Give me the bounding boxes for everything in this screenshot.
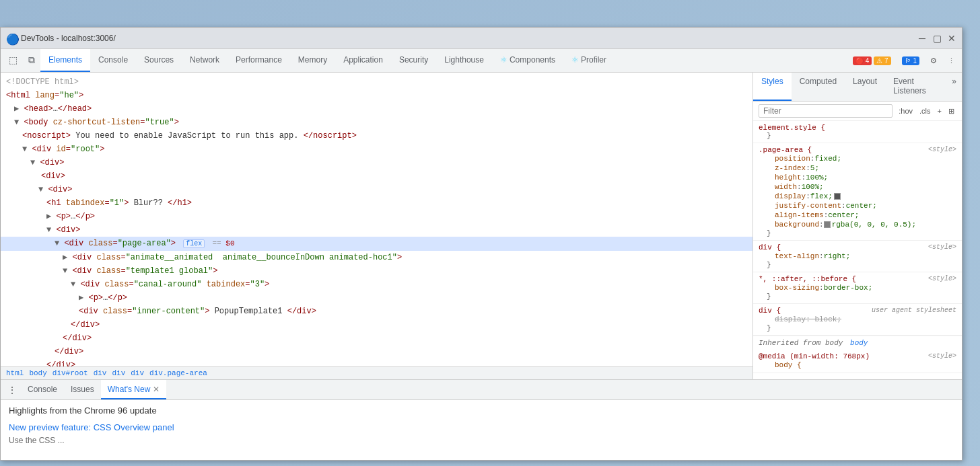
info-button[interactable]: 🏳 1: [898, 55, 923, 67]
tab-components[interactable]: ⚛ Components: [492, 49, 563, 72]
tab-performance[interactable]: Performance: [228, 49, 290, 72]
drawer-close-icon[interactable]: ✕: [153, 385, 160, 394]
tab-sources[interactable]: Sources: [136, 49, 182, 72]
breadcrumb-div-1[interactable]: div: [94, 369, 107, 377]
breadcrumb-div-root[interactable]: div#root: [53, 369, 88, 377]
tab-memory-label: Memory: [298, 55, 327, 65]
drawer-tab-bar: ⋮ Console Issues What's New ✕: [1, 380, 962, 400]
dom-line[interactable]: <div>: [1, 169, 753, 183]
tab-profiler-label: Profiler: [581, 55, 606, 65]
pseudo-class-button[interactable]: :hov: [897, 106, 915, 116]
drawer-menu-button[interactable]: ⋮: [3, 385, 21, 395]
drawer-feature-desc: Use the CSS ...: [9, 436, 954, 445]
drawer-feature-link[interactable]: New preview feature: CSS Overview panel: [9, 422, 174, 432]
flex-badge: flex: [183, 239, 205, 248]
dom-line[interactable]: </div>: [1, 345, 753, 358]
dom-line[interactable]: </div>: [1, 358, 753, 366]
drawer-whatsnew-label: What's New: [108, 385, 151, 394]
drawer-tab-issues[interactable]: Issues: [64, 380, 101, 399]
dom-line[interactable]: ▶ <head>…</head>: [1, 102, 753, 116]
dom-line[interactable]: ▶ <p>…</p>: [1, 291, 753, 305]
dom-line[interactable]: <html lang="he">: [1, 89, 753, 102]
tab-console[interactable]: Console: [90, 49, 136, 72]
breadcrumb-div-3[interactable]: div: [131, 369, 144, 377]
dom-line[interactable]: ▼ <div>: [1, 223, 753, 237]
dom-tree[interactable]: <!DOCTYPE html> <html lang="he"> ▶ <head…: [1, 73, 753, 366]
tab-lighthouse-label: Lighthouse: [444, 55, 484, 65]
tab-sources-label: Sources: [144, 55, 174, 65]
dom-line[interactable]: ▼ <div>: [1, 183, 753, 196]
device-toggle-icon: ⧉: [28, 54, 35, 66]
cls-button[interactable]: .cls: [917, 106, 933, 116]
style-rule-universal: *, ::after, ::before { <style> box-sizin…: [753, 272, 962, 304]
tab-security[interactable]: Security: [391, 49, 436, 72]
drawer-issues-label: Issues: [71, 385, 94, 394]
drawer-feature-link-container: New preview feature: CSS Overview panel: [9, 421, 954, 433]
breadcrumb-body[interactable]: body: [29, 369, 46, 377]
tab-security-label: Security: [399, 55, 428, 65]
dom-line[interactable]: ▼ <body cz-shortcut-listen="true">: [1, 116, 753, 129]
tab-elements[interactable]: Elements: [40, 49, 90, 72]
tab-memory[interactable]: Memory: [290, 49, 335, 72]
maximize-button[interactable]: ▢: [932, 34, 942, 43]
styles-tab-layout[interactable]: Layout: [845, 73, 885, 101]
tab-application[interactable]: Application: [335, 49, 391, 72]
dom-line[interactable]: <div class="inner-content"> PopupTemplat…: [1, 305, 753, 318]
breadcrumb-html[interactable]: html: [6, 369, 24, 377]
tab-network[interactable]: Network: [182, 49, 228, 72]
flex-icon-swatch: [834, 193, 841, 200]
inherited-label: Inherited from body body: [753, 336, 962, 350]
dom-line[interactable]: ▶ <p>…</p>: [1, 210, 753, 223]
dom-line[interactable]: <h1 tabindex="1"> Blur?? </h1>: [1, 196, 753, 210]
styles-tab-event-listeners[interactable]: Event Listeners: [885, 73, 946, 101]
tab-device-icon[interactable]: ⧉: [23, 49, 40, 72]
settings-icon: ⚙: [930, 56, 937, 65]
dom-line[interactable]: ▼ <div id="root">: [1, 143, 753, 156]
toggle-element-state-button[interactable]: ⊞: [946, 106, 956, 116]
drawer-highlight: Highlights from the Chrome 96 update: [9, 405, 954, 416]
styles-tabs: Styles Computed Layout Event Listeners »: [753, 73, 962, 102]
dom-line[interactable]: ▼ <div>: [1, 156, 753, 169]
title-bar: 🔵 DevTools - localhost:3006/ ─ ▢ ✕: [1, 28, 962, 49]
window-controls: ─ ▢ ✕: [917, 34, 956, 43]
dom-line[interactable]: </div>: [1, 318, 753, 332]
errors-button[interactable]: 🔴 4 ⚠ 7: [849, 55, 895, 67]
warning-count: ⚠ 7: [874, 56, 890, 65]
breadcrumb-div-2[interactable]: div: [112, 369, 125, 377]
settings-button[interactable]: ⚙: [926, 55, 941, 67]
tab-elements-label: Elements: [48, 55, 82, 65]
styles-content[interactable]: element.style { } .page-area { <style>: [753, 121, 962, 379]
styles-tab-more[interactable]: »: [946, 73, 962, 101]
html-tag: <html: [6, 91, 30, 100]
new-style-rule-button[interactable]: +: [936, 106, 944, 116]
react-profiler-icon: ⚛: [571, 55, 579, 65]
dom-line[interactable]: <noscript> You need to enable JavaScript…: [1, 129, 753, 143]
breadcrumb-div-page-area[interactable]: div.page-area: [149, 369, 207, 377]
styles-tab-computed[interactable]: Computed: [792, 73, 845, 101]
styles-panel: Styles Computed Layout Event Listeners »: [753, 73, 962, 379]
styles-filter-input[interactable]: [759, 104, 893, 118]
tab-lighthouse[interactable]: Lighthouse: [436, 49, 492, 72]
bottom-drawer: ⋮ Console Issues What's New ✕ Highlights…: [1, 379, 962, 460]
dom-panel: <!DOCTYPE html> <html lang="he"> ▶ <head…: [1, 73, 753, 379]
dom-line[interactable]: ▶ <div class="animate__animated animate_…: [1, 251, 753, 264]
dom-line-selected[interactable]: ▼ <div class="page-area"> flex == $0: [1, 237, 753, 251]
inherited-body-link[interactable]: body: [850, 339, 868, 347]
eq-badge: ==: [212, 239, 225, 247]
bg-color-swatch[interactable]: [824, 221, 831, 228]
more-options-button[interactable]: ⋮: [944, 55, 959, 67]
dom-line[interactable]: ▼ <div class="canal-around" tabindex="3"…: [1, 278, 753, 291]
window-title: DevTools - localhost:3006/: [21, 34, 917, 43]
minimize-button[interactable]: ─: [917, 34, 927, 43]
styles-tab-styles[interactable]: Styles: [753, 73, 792, 101]
dom-line[interactable]: ▼ <div class="template1 global">: [1, 264, 753, 278]
tab-profiler[interactable]: ⚛ Profiler: [563, 49, 615, 72]
dom-line[interactable]: </div>: [1, 332, 753, 345]
style-rule-media: @media (min-width: 768px) <style> body {: [753, 350, 962, 373]
close-button[interactable]: ✕: [947, 34, 956, 43]
dom-line[interactable]: <!DOCTYPE html>: [1, 75, 753, 89]
drawer-tab-console[interactable]: Console: [21, 380, 64, 399]
drawer-tab-whatsnew[interactable]: What's New ✕: [101, 380, 167, 399]
tab-inspect-icon[interactable]: ⬚: [3, 49, 23, 72]
style-rule-element: element.style { }: [753, 121, 962, 143]
